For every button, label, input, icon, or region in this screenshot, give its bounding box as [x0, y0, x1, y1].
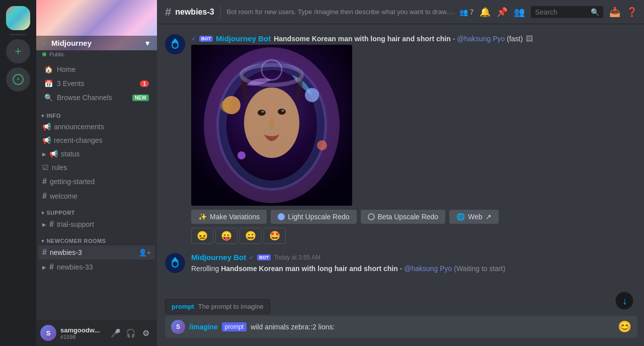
members-count-button[interactable]: 👥 7 — [459, 8, 474, 16]
verified-checkmark-1: ✓ — [191, 35, 196, 42]
web-icon: 🌐 — [456, 213, 465, 221]
svg-point-19 — [165, 253, 185, 273]
server-divider — [10, 34, 26, 35]
image-icon-1: 🖼 — [526, 35, 533, 43]
pin-button[interactable]: 📌 — [497, 7, 508, 18]
emoji-react-4[interactable]: 🤩 — [264, 228, 286, 244]
server-status-label: Public — [49, 51, 64, 57]
channel-hash-icon: # — [165, 6, 171, 19]
svg-point-10 — [261, 111, 264, 113]
hash-icon-n33: # — [49, 263, 54, 272]
channel-list: ▼ INFO 📢 announcements 📢 recent-changes … — [36, 107, 157, 320]
external-link-icon: ↗ — [486, 213, 492, 221]
midjourney-server-icon[interactable] — [6, 6, 30, 30]
user-tag-label: #1598 — [60, 334, 100, 340]
sidebar-item-events[interactable]: 📅 3 Events 1 — [40, 76, 153, 91]
message-group-1: ✓ BOT Midjourney Bot Handsome Korean man… — [165, 32, 637, 246]
channel-item-rules[interactable]: ☑ rules — [38, 161, 155, 174]
beta-upscale-redo-button[interactable]: Beta Upscale Redo — [361, 210, 446, 224]
sidebar-nav: 🏠 Home 📅 3 Events 1 🔍 Browse Channels NE… — [36, 60, 157, 107]
home-icon: 🏠 — [44, 65, 53, 73]
svg-point-13 — [220, 100, 232, 112]
svg-point-15 — [317, 140, 327, 150]
sidebar-item-home[interactable]: 🏠 Home — [40, 62, 153, 76]
channel-item-trial-support[interactable]: ▶ # trial-support — [38, 217, 155, 231]
events-badge: 1 — [140, 80, 149, 87]
message-time-2: Today at 3:55 AM — [274, 254, 320, 261]
search-input[interactable] — [535, 8, 588, 16]
channel-name-header: newbies-3 — [175, 8, 214, 17]
chevron-down-icon: ↓ — [622, 295, 627, 307]
hash-icon-n3: # — [42, 248, 47, 257]
headset-button[interactable]: 🎧 — [124, 326, 138, 340]
emoji-react-1[interactable]: 😖 — [191, 228, 213, 244]
announce-icon-2: 📢 — [42, 136, 51, 144]
explore-servers-button[interactable] — [6, 67, 30, 92]
check-icon: ☑ — [42, 163, 49, 171]
message-author-2: Midjourney Bot — [191, 253, 246, 262]
channel-item-newbies-3[interactable]: # newbies-3 👤+ — [38, 245, 155, 260]
user-panel: S samgoodw... #1598 🎤 🎧 ⚙ — [36, 320, 157, 346]
input-user-icon: S — [171, 320, 185, 334]
bot-badge-1: BOT — [199, 36, 213, 42]
light-upscale-redo-button[interactable]: Light Upscale Redo — [271, 210, 356, 224]
announce-icon-3: 📢 — [49, 150, 58, 158]
events-icon: 📅 — [44, 79, 53, 88]
server-verified-icon: ✓ — [42, 39, 48, 47]
add-member-icon: 👤+ — [138, 248, 151, 256]
channel-item-recent-changes[interactable]: 📢 recent-changes — [38, 134, 155, 147]
channel-item-newbies-33[interactable]: ▶ # newbies-33 — [38, 260, 155, 274]
channel-item-welcome[interactable]: # welcome — [38, 189, 155, 203]
emoji-react-3[interactable]: 😀 — [239, 228, 262, 244]
emoji-reactions: 😖 😛 😀 🤩 — [191, 228, 637, 244]
slash-command-label: /imagine — [189, 323, 218, 331]
user-avatar: S — [40, 325, 56, 341]
search-box: 🔍 — [531, 6, 603, 18]
public-status-dot — [42, 52, 46, 56]
channel-header: # newbies-3 Bot room for new users. Type… — [157, 0, 644, 24]
imagine-input[interactable] — [251, 316, 614, 338]
generated-image[interactable] — [191, 45, 352, 206]
emoji-picker-button[interactable]: 😊 — [618, 320, 631, 333]
section-header-info[interactable]: ▼ INFO — [38, 107, 155, 120]
make-variations-button[interactable]: ✨ Make Variations — [191, 210, 267, 224]
message-group-2: Midjourney Bot ✓ BOT Today at 3:55 AM Re… — [165, 251, 637, 276]
inbox-button[interactable]: 📥 — [609, 7, 620, 18]
prompt-description: The prompt to imagine — [198, 303, 264, 310]
bot-avatar-2 — [165, 253, 185, 273]
section-header-support[interactable]: ▼ SUPPORT — [38, 204, 155, 217]
messages-area: ✓ BOT Midjourney Bot Handsome Korean man… — [157, 24, 644, 299]
channel-item-announcements[interactable]: 📢 announcements — [38, 120, 155, 133]
message-content-1: ✓ BOT Midjourney Bot Handsome Korean man… — [191, 34, 637, 244]
settings-button[interactable]: ⚙ — [139, 326, 153, 340]
light-circle-icon — [278, 213, 285, 220]
verified-2: ✓ — [249, 254, 254, 261]
message-input-box: S /imagine prompt 😊 — [165, 316, 637, 338]
section-header-newcomer[interactable]: ▼ NEWCOMER ROOMS — [38, 232, 155, 245]
add-server-button[interactable]: + — [6, 39, 30, 63]
channel-item-getting-started[interactable]: # getting-started — [38, 175, 155, 189]
sidebar-item-browse-channels[interactable]: 🔍 Browse Channels NEW — [40, 91, 153, 105]
server-banner[interactable]: ✓ Midjourney ▼ — [36, 0, 157, 50]
user-list-button[interactable]: 👥 — [514, 7, 525, 18]
prompt-keyword: prompt — [172, 303, 194, 310]
action-buttons-row: ✨ Make Variations Light Upscale Redo Bet… — [191, 210, 637, 224]
channel-description: Bot room for new users. Type /imagine th… — [227, 8, 455, 16]
server-chevron-icon: ▼ — [144, 39, 151, 47]
channel-item-status[interactable]: ▶ 📢 status — [38, 147, 155, 160]
prompt-tag-label: prompt — [222, 322, 247, 331]
web-button[interactable]: 🌐 Web ↗ — [449, 210, 499, 224]
help-button[interactable]: ❓ — [626, 7, 637, 18]
microphone-button[interactable]: 🎤 — [109, 326, 123, 340]
search-icon: 🔍 — [591, 8, 599, 16]
image-art — [191, 45, 352, 206]
compass-icon — [12, 73, 24, 85]
svg-point-11 — [281, 110, 284, 112]
sparkles-icon: ✨ — [198, 213, 207, 221]
sidebar: ✓ Midjourney ▼ Public 🏠 Home 📅 3 Events … — [36, 0, 157, 346]
emoji-react-2[interactable]: 😛 — [215, 228, 237, 244]
server-bar: + — [0, 0, 36, 346]
message-text-2: Rerolling Handsome Korean man with long … — [191, 264, 637, 274]
browse-icon: 🔍 — [44, 94, 53, 102]
notification-bell-button[interactable]: 🔔 — [479, 7, 491, 18]
